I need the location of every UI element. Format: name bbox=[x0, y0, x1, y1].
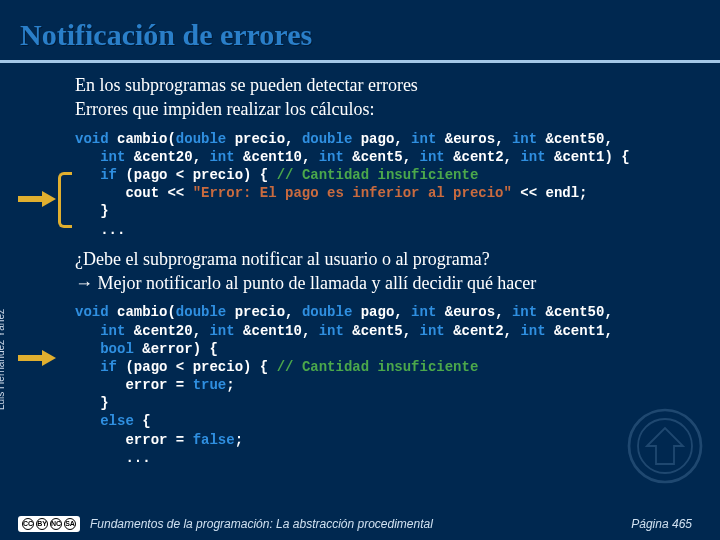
code-block-2: void cambio(double precio, double pago, … bbox=[75, 303, 690, 467]
title-bar: Notificación de errores bbox=[0, 0, 720, 63]
arrow-right-icon bbox=[18, 351, 58, 365]
author-label: Luis Hernández Yáñez bbox=[0, 309, 6, 410]
bracket-highlight-icon bbox=[58, 172, 72, 228]
slide-footer: CC BY NC SA Fundamentos de la programaci… bbox=[0, 516, 720, 532]
cc-license-badge: CC BY NC SA bbox=[18, 516, 80, 532]
arrow-right-icon bbox=[18, 192, 58, 206]
nc-icon: NC bbox=[50, 518, 62, 530]
question-line-1: ¿Debe el subprograma notificar al usuari… bbox=[75, 247, 690, 271]
slide-content: En los subprogramas se pueden detectar e… bbox=[0, 63, 720, 467]
intro-text: En los subprogramas se pueden detectar e… bbox=[75, 73, 690, 122]
sa-icon: SA bbox=[64, 518, 76, 530]
by-icon: BY bbox=[36, 518, 48, 530]
intro-line-1: En los subprogramas se pueden detectar e… bbox=[75, 73, 690, 97]
code-block-1: void cambio(double precio, double pago, … bbox=[75, 130, 690, 239]
intro-line-2: Errores que impiden realizar los cálculo… bbox=[75, 97, 690, 121]
cc-icon: CC bbox=[22, 518, 34, 530]
slide-title: Notificación de errores bbox=[20, 18, 700, 52]
footer-subject: Fundamentos de la programación: La abstr… bbox=[80, 517, 631, 531]
question-line-2: → Mejor notificarlo al punto de llamada … bbox=[75, 271, 690, 295]
page-number: Página 465 bbox=[631, 517, 692, 531]
question-text: ¿Debe el subprograma notificar al usuari… bbox=[75, 247, 690, 296]
